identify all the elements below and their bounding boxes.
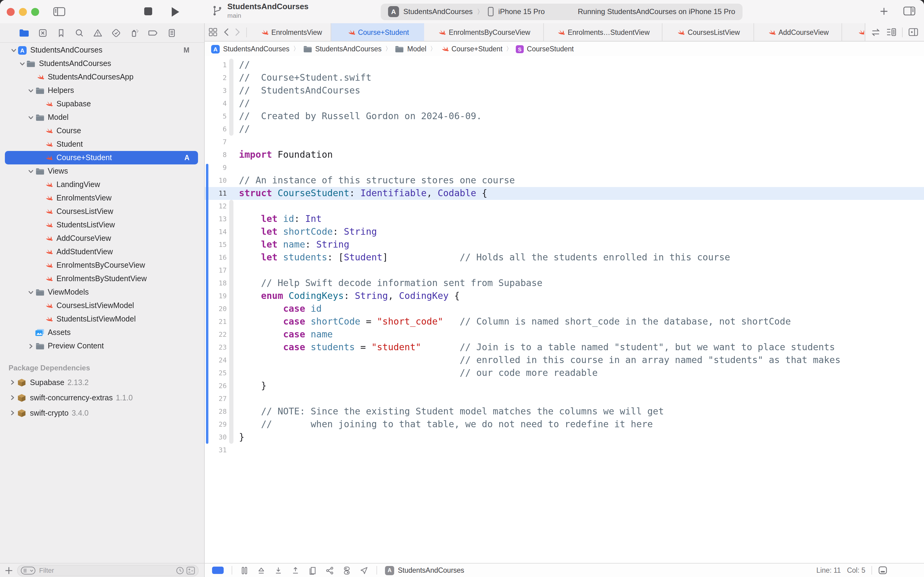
stop-button[interactable] (144, 7, 152, 15)
jumpbar-item-studentsandcourses[interactable]: AStudentsAndCourses (211, 44, 289, 53)
tests-navigator-icon[interactable] (111, 28, 121, 38)
tree-row-helpers[interactable]: Helpers (0, 84, 204, 97)
disclosure-chevron-icon[interactable] (27, 289, 35, 295)
line-number[interactable]: 6 (205, 123, 227, 136)
tab-courseslistview[interactable]: CoursesListView (662, 23, 754, 41)
tree-row-enrolmentsbycourseview[interactable]: EnrolmentsByCourseView (0, 259, 204, 272)
minimize-window-button[interactable] (19, 8, 27, 16)
tree-row-studentsandcourses[interactable]: AStudentsAndCoursesM (0, 44, 204, 57)
tree-row-assets[interactable]: Assets (0, 326, 204, 339)
disclosure-chevron-icon[interactable] (8, 395, 16, 400)
breakpoints-navigator-icon[interactable] (148, 28, 158, 38)
tree-row-enrolmentsbystudentview[interactable]: EnrolmentsByStudentView (0, 272, 204, 285)
eject-bar-icon[interactable] (257, 566, 266, 575)
tree-row-addstudentview[interactable]: AddStudentView (0, 245, 204, 259)
tree-row-supabase[interactable]: Supabase (0, 97, 204, 111)
location-arrow-icon[interactable] (359, 566, 369, 575)
tree-row-views[interactable]: Views (0, 164, 204, 178)
zoom-window-button[interactable] (31, 8, 39, 16)
toggle-inspector-icon[interactable] (903, 6, 916, 16)
tree-row-course-student[interactable]: Course+StudentA (5, 151, 198, 164)
line-number[interactable]: 31 (205, 444, 227, 456)
disclosure-chevron-icon[interactable] (10, 47, 18, 53)
tree-row-studentslistviewmodel[interactable]: StudentsListViewModel (0, 312, 204, 326)
filter-scope-icon[interactable] (187, 566, 195, 574)
tree-row-enrolmentsview[interactable]: EnrolmentsView (0, 191, 204, 205)
line-number[interactable]: 3 (205, 84, 227, 97)
editor-only-mode-icon[interactable] (212, 567, 224, 574)
console-toggle-icon[interactable] (878, 566, 887, 575)
line-number[interactable]: 4 (205, 97, 227, 110)
tree-row-viewmodels[interactable]: ViewModels (0, 285, 204, 299)
line-number[interactable]: 7 (205, 136, 227, 148)
package-row-swift-concurrency-extras[interactable]: swift-concurrency-extras1.1.0 (0, 390, 204, 405)
filter-field[interactable] (17, 564, 199, 576)
jumpbar-item-course-student[interactable]: Course+Student (440, 45, 502, 53)
tab-enrolmentsview[interactable]: EnrolmentsView (251, 23, 331, 41)
source-control-change-bar[interactable] (206, 164, 208, 444)
jumpbar-item-coursestudent[interactable]: SCourseStudent (516, 45, 573, 53)
toggle-sidebar-icon[interactable] (53, 7, 65, 16)
go-back-icon[interactable] (223, 27, 229, 37)
tab-enrolments-studentview[interactable]: Enrolments…StudentView (544, 23, 662, 41)
tree-row-student[interactable]: Student (0, 137, 204, 151)
line-number[interactable]: 5 (205, 110, 227, 123)
filter-input[interactable] (38, 566, 174, 575)
tree-row-courseslistview[interactable]: CoursesListView (0, 205, 204, 218)
swap-editor-icon[interactable] (871, 28, 881, 36)
tree-row-addcourseview[interactable]: AddCourseView (0, 232, 204, 245)
editor-layout-icon[interactable] (886, 27, 897, 37)
disclosure-chevron-icon[interactable] (27, 114, 35, 120)
tree-row-courseslistviewmodel[interactable]: CoursesListViewModel (0, 299, 204, 312)
package-row-swift-crypto[interactable]: swift-crypto3.4.0 (0, 405, 204, 421)
scheme-name[interactable]: StudentsAndCourses (403, 7, 473, 16)
disclosure-chevron-icon[interactable] (27, 343, 35, 349)
upload-bar-icon[interactable] (291, 566, 300, 575)
add-tab-icon[interactable] (879, 6, 889, 16)
add-editor-icon[interactable] (908, 27, 919, 37)
disclosure-chevron-icon[interactable] (18, 61, 26, 66)
tree-row-studentsandcoursesapp[interactable]: StudentsAndCoursesApp (0, 70, 204, 84)
tree-row-course[interactable]: Course (0, 124, 204, 137)
download-bar-icon[interactable] (274, 566, 283, 575)
source-control-navigator-icon[interactable] (38, 28, 48, 38)
tab-enrolmentsbycourseview[interactable]: EnrolmentsByCourseView (424, 23, 544, 41)
disclosure-chevron-icon[interactable] (8, 410, 16, 416)
disclosure-chevron-icon[interactable] (8, 380, 16, 385)
tab-partial[interactable] (842, 23, 864, 41)
jumpbar-item-studentsandcourses[interactable]: StudentsAndCourses (303, 45, 382, 53)
stacked-pages-icon[interactable] (308, 566, 317, 575)
reports-navigator-icon[interactable] (167, 28, 177, 38)
feature-toggles-icon[interactable] (342, 566, 351, 575)
package-row-supabase[interactable]: Supabase2.13.2 (0, 375, 204, 390)
close-window-button[interactable] (7, 8, 14, 16)
issues-navigator-icon[interactable] (93, 28, 103, 38)
project-navigator-icon[interactable] (19, 28, 29, 37)
run-button[interactable] (171, 6, 180, 17)
share-nodes-icon[interactable] (325, 566, 334, 575)
canvas-split-icon[interactable] (240, 566, 249, 575)
related-items-icon[interactable] (208, 27, 217, 37)
debug-navigator-icon[interactable] (130, 28, 139, 38)
line-number[interactable]: 2 (205, 71, 227, 84)
recent-filter-icon[interactable] (176, 566, 184, 574)
tree-row-preview-content[interactable]: Preview Content (0, 339, 204, 353)
scheme-bar[interactable]: A StudentsAndCourses 〉 iPhone 15 Pro Run… (381, 3, 742, 20)
line-number[interactable]: 8 (205, 148, 227, 161)
tree-row-model[interactable]: Model (0, 111, 204, 124)
disclosure-chevron-icon[interactable] (27, 168, 35, 174)
add-item-icon[interactable] (5, 566, 13, 574)
source-editor[interactable]: 1//2// Course+Student.swift3// StudentsA… (205, 56, 924, 564)
go-forward-icon[interactable] (235, 27, 241, 37)
search-navigator-icon[interactable] (74, 28, 84, 38)
line-number[interactable]: 1 (205, 59, 227, 71)
bookmarks-navigator-icon[interactable] (56, 28, 66, 38)
jumpbar-item-model[interactable]: Model (395, 45, 427, 53)
tab-addcourseview[interactable]: AddCourseView (754, 23, 842, 41)
tree-row-studentsandcourses[interactable]: StudentsAndCourses (0, 57, 204, 70)
tree-row-landingview[interactable]: LandingView (0, 178, 204, 191)
disclosure-chevron-icon[interactable] (27, 88, 35, 93)
tab-course-student[interactable]: Course+Student (331, 23, 424, 41)
run-destination[interactable]: iPhone 15 Pro (498, 7, 545, 16)
bottom-project-indicator[interactable]: A StudentsAndCourses (385, 566, 464, 575)
